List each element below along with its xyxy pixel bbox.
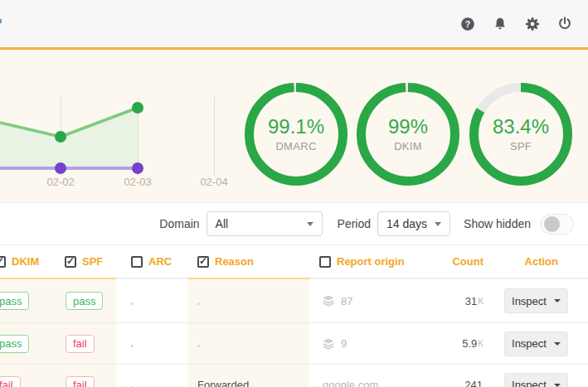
spf-column-checkbox[interactable]: ✓ [65, 256, 76, 268]
column-header-action: Action [493, 245, 588, 279]
report-origin-value: 87 [341, 295, 352, 307]
table-row[interactable]: fail fail Forwarded google.com 241 Inspe… [0, 365, 588, 387]
column-label: Report origin [337, 255, 405, 268]
inspect-button-label: Inspect [512, 295, 547, 307]
column-header-report-origin: ✓ Report origin [309, 245, 440, 279]
gear-icon[interactable] [525, 17, 540, 31]
count-value: 241 [464, 379, 483, 387]
table-header-row: ✓ DKIM ✓ SPF ✓ ARC ✓ Reason ✓ Report ori… [0, 245, 588, 279]
top-header: ? [0, 0, 588, 47]
bell-icon[interactable] [493, 17, 508, 31]
domain-select[interactable]: All [207, 211, 323, 236]
dmarc-percentage: 99.1% [268, 116, 324, 137]
checkmark-icon: ✓ [199, 255, 207, 267]
dkim-percentage: 99% [388, 116, 428, 137]
chevron-down-icon [554, 384, 561, 387]
dkim-label: DKIM [394, 140, 422, 152]
dkim-result-badge: pass [0, 292, 29, 310]
reason-column-checkbox[interactable]: ✓ [197, 256, 209, 268]
column-header-spf: ✓ SPF [60, 245, 116, 279]
inspect-button[interactable]: Inspect [504, 331, 568, 356]
spf-label: SPF [510, 140, 532, 152]
spf-result-badge: fail [66, 376, 95, 387]
checkmark-icon: ✓ [0, 255, 4, 267]
chevron-down-icon [554, 342, 561, 346]
spf-result-badge: fail [66, 335, 95, 353]
period-select[interactable]: 14 days [377, 211, 450, 236]
chevron-down-icon [307, 222, 313, 226]
show-hidden-toggle[interactable] [541, 214, 574, 235]
reason-value: Forwarded [197, 379, 249, 387]
count-unit: K [478, 297, 484, 306]
show-hidden-label: Show hidden [464, 217, 531, 230]
x-tick-label: 02-03 [113, 176, 163, 188]
arc-result [131, 379, 134, 387]
x-tick-label: 02-02 [36, 176, 85, 188]
layers-icon [323, 338, 334, 350]
layers-icon [323, 295, 334, 307]
arc-result [131, 337, 134, 350]
report-origin-column-checkbox[interactable]: ✓ [319, 256, 331, 268]
help-icon[interactable]: ? [460, 17, 475, 31]
column-label: ARC [148, 255, 172, 268]
inspect-button[interactable]: Inspect [504, 373, 568, 387]
reason-value [197, 337, 200, 350]
filter-bar: Domain All Period 14 days Show hidden [0, 202, 588, 245]
chevron-down-icon [435, 222, 441, 226]
spf-donut-text: 83.4% SPF [469, 82, 573, 186]
chevron-down-icon [554, 299, 561, 302]
column-header-reason: ✓ Reason [187, 245, 309, 279]
period-select-value: 14 days [386, 217, 427, 230]
power-icon[interactable] [557, 17, 572, 31]
count-value: 31 [465, 295, 477, 307]
column-header-count: Count [440, 245, 493, 279]
spf-percentage: 83.4% [493, 116, 549, 137]
checkmark-icon: ✓ [66, 255, 75, 267]
x-tick-label: 02-04 [189, 176, 239, 188]
column-label: Count [452, 255, 484, 268]
arc-result [131, 295, 134, 307]
inspect-button-label: Inspect [512, 337, 547, 350]
dkim-donut-text: 99% DKIM [356, 82, 460, 186]
column-label: DKIM [12, 255, 39, 268]
column-label: Action [525, 255, 558, 268]
clipped-link-fragment [0, 19, 2, 23]
period-filter-label: Period [338, 217, 371, 230]
domain-select-value: All [216, 217, 229, 230]
arc-column-checkbox[interactable]: ✓ [131, 256, 143, 268]
reason-value [197, 295, 200, 307]
spf-result-badge: pass [66, 292, 103, 310]
dkim-column-checkbox[interactable]: ✓ [0, 256, 6, 268]
domain-filter-label: Domain [159, 217, 199, 230]
dkim-result-badge: fail [0, 376, 21, 387]
inspect-button[interactable]: Inspect [504, 288, 568, 313]
column-label: Reason [215, 255, 254, 268]
inspect-button-label: Inspect [512, 379, 547, 387]
dkim-result-badge: pass [0, 335, 29, 353]
dmarc-donut-text: 99.1% DMARC [244, 82, 348, 186]
table-row[interactable]: pass pass 87 31 K Inspect [0, 279, 588, 323]
column-header-arc: ✓ ARC [116, 245, 187, 279]
count-value: 5.9 [462, 337, 477, 350]
table-row[interactable]: pass fail 9 5.9 K Inspect [0, 323, 588, 365]
count-unit: K [478, 339, 484, 348]
column-header-dkim: ✓ DKIM [0, 245, 60, 279]
report-origin-value: google.com [323, 379, 378, 387]
dashboard-charts: 02-02 02-03 02-04 99.1% DMARC 99% DKIM 8… [0, 50, 588, 202]
dmarc-label: DMARC [275, 140, 316, 152]
report-origin-value: 9 [341, 337, 347, 350]
svg-text:?: ? [465, 18, 470, 28]
column-label: SPF [82, 255, 103, 268]
toggle-knob [544, 216, 560, 232]
